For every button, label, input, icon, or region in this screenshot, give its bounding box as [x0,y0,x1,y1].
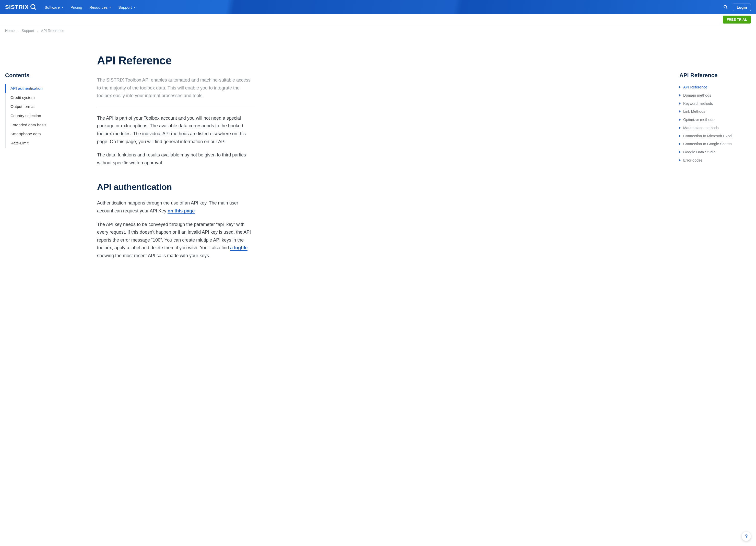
logfile-link[interactable]: a logfile [230,245,247,251]
search-icon[interactable] [723,5,728,10]
right-nav-label: Google Data Studio [683,149,716,155]
contents-item[interactable]: Rate-Limit [6,138,87,148]
contents-sidebar: Contents API authentication Credit syste… [5,36,87,265]
right-nav-list: API Reference Domain methods Keyword met… [679,83,751,165]
nav-item-label: Software [45,5,60,9]
right-nav-item[interactable]: Connection to Microsoft Excel [679,132,751,140]
breadcrumb: Home › Support › API Reference [0,25,756,36]
intro-paragraph: The SISTRIX Toolbox API enables automate… [97,76,255,107]
nav-item-support[interactable]: Support [118,5,135,9]
right-sidebar-title: API Reference [679,72,751,79]
arrow-right-icon [679,143,681,145]
right-nav-label: API Reference [683,85,707,90]
contents-item[interactable]: Output format [6,102,87,111]
contents-item[interactable]: API authentication [5,84,87,93]
breadcrumb-home[interactable]: Home [5,29,15,33]
body-paragraph: Authentication happens through the use o… [97,199,255,215]
right-nav-label: Optimizer methods [683,117,714,123]
sub-bar: FREE TRIAL [0,14,756,25]
article: API Reference The SISTRIX Toolbox API en… [97,36,255,265]
right-nav-label: Error-codes [683,158,703,163]
nav-item-resources[interactable]: Resources [89,5,111,9]
right-nav-label: Marketplace methods [683,125,719,131]
svg-line-3 [726,8,727,9]
nav-item-software[interactable]: Software [45,5,63,9]
right-nav-item[interactable]: Keyword methods [679,100,751,108]
right-nav-label: Link Methods [683,109,705,114]
chevron-right-icon: › [37,29,38,32]
arrow-right-icon [679,119,681,121]
breadcrumb-current: API Reference [41,29,64,33]
login-button[interactable]: Login [733,4,751,11]
logo[interactable]: SISTRIX [5,4,37,11]
breadcrumb-support[interactable]: Support [22,29,34,33]
arrow-right-icon [679,86,681,88]
right-nav-item[interactable]: API Reference [679,83,751,91]
contents-title: Contents [5,72,87,79]
svg-point-0 [31,5,35,9]
chevron-right-icon: › [18,29,19,32]
section-heading: API authentication [97,182,255,192]
right-nav-item[interactable]: Google Data Studio [679,148,751,156]
text-span: The API key needs to be conveyed through… [97,222,251,250]
page-title: API Reference [97,54,255,67]
right-nav-label: Keyword methods [683,101,713,107]
contents-item[interactable]: Credit system [6,93,87,102]
nav-links: Software Pricing Resources Support [45,5,135,9]
arrow-right-icon [679,102,681,104]
body-paragraph: The API is part of your Toolbox account … [97,114,255,145]
arrow-right-icon [679,135,681,137]
nav-right: Login [723,4,751,11]
magnifier-icon [30,4,37,11]
free-trial-button[interactable]: FREE TRIAL [723,16,751,24]
right-nav-item[interactable]: Error-codes [679,156,751,165]
svg-line-1 [34,8,36,10]
caret-down-icon [133,7,135,8]
caret-down-icon [109,7,111,8]
nav-item-pricing[interactable]: Pricing [70,5,82,9]
svg-point-2 [724,5,727,8]
right-nav-item[interactable]: Optimizer methods [679,116,751,124]
text-span: showing the most recent API calls made w… [97,253,210,258]
contents-item[interactable]: Country selection [6,111,87,120]
logo-text: SISTRIX [5,4,29,10]
right-nav-item[interactable]: Domain methods [679,91,751,100]
right-nav-item[interactable]: Connection to Google Sheets [679,140,751,148]
api-key-page-link[interactable]: on this page [168,208,195,214]
nav-item-label: Resources [89,5,108,9]
right-sidebar: API Reference API Reference Domain metho… [679,36,751,265]
right-nav-label: Connection to Microsoft Excel [683,133,732,139]
right-nav-label: Domain methods [683,93,711,98]
arrow-right-icon [679,110,681,112]
body-paragraph: The API key needs to be conveyed through… [97,220,255,260]
arrow-right-icon [679,151,681,153]
contents-item[interactable]: Smartphone data [6,129,87,138]
contents-list: API authentication Credit system Output … [5,84,87,148]
top-navbar: SISTRIX Software Pricing Resources Suppo… [0,0,756,14]
nav-item-label: Support [118,5,132,9]
arrow-right-icon [679,159,681,161]
right-nav-item[interactable]: Marketplace methods [679,124,751,132]
arrow-right-icon [679,94,681,96]
body-paragraph: The data, funktions and results availabl… [97,151,255,167]
arrow-right-icon [679,127,681,129]
nav-item-label: Pricing [70,5,82,9]
contents-item[interactable]: Extended data basis [6,120,87,130]
caret-down-icon [61,7,63,8]
right-nav-item[interactable]: Link Methods [679,108,751,116]
right-nav-label: Connection to Google Sheets [683,141,731,147]
